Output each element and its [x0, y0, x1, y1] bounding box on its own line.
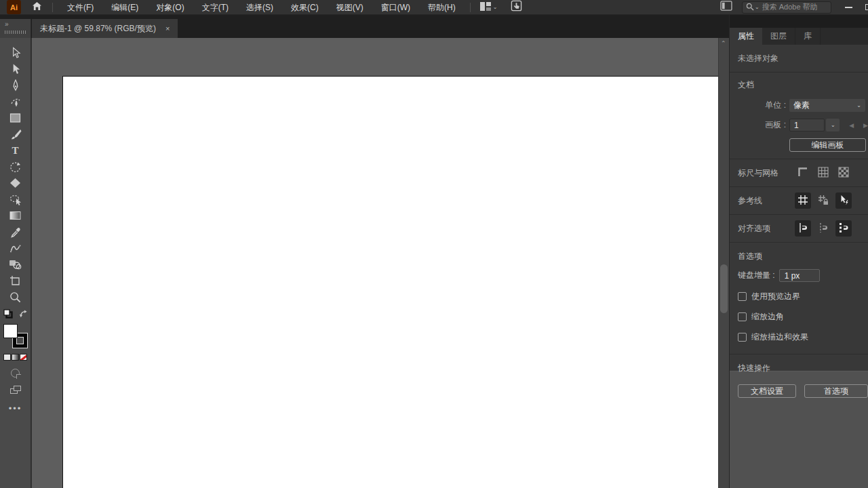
show-guides-icon [797, 195, 808, 207]
ruler-toggle[interactable] [795, 165, 811, 181]
zoom-tool[interactable] [6, 289, 25, 305]
shaper-tool[interactable] [6, 240, 25, 256]
scroll-up-icon[interactable]: ⌃ [721, 40, 726, 47]
menu-item-edit[interactable]: 编辑(E) [102, 0, 147, 15]
search-icon [746, 1, 754, 14]
screen-mode-button[interactable] [10, 386, 21, 394]
rulers-grid-row: 标尺与网格 [730, 159, 868, 186]
direct-selection-tool[interactable] [6, 61, 25, 77]
lock-guides-toggle[interactable] [815, 192, 831, 209]
tab-properties[interactable]: 属性 [730, 28, 762, 45]
snap-to-grid-icon [818, 222, 829, 235]
search-input[interactable]: ⌄ 搜索 Adobe 帮助 [742, 1, 831, 14]
menu-item-file[interactable]: 文件(F) [58, 0, 102, 15]
snap-options-row: 对齐选项 [730, 215, 868, 242]
snap-to-point-toggle[interactable] [795, 220, 811, 237]
unit-select[interactable]: 像素 ⌄ [789, 99, 865, 112]
pen-tool[interactable] [6, 77, 25, 94]
artboard-number-input[interactable]: 1 [789, 119, 825, 131]
scale-strokes-effects-label: 缩放描边和效果 [751, 331, 808, 343]
unit-label: 单位 : [730, 100, 786, 111]
maximize-button[interactable] [860, 0, 868, 15]
rectangle-tool[interactable] [6, 110, 25, 126]
document-section-title: 文档 [730, 73, 868, 95]
keyboard-increment-label: 键盘增量 : [738, 270, 775, 281]
smart-guides-icon [838, 195, 849, 207]
home-button[interactable] [26, 0, 47, 15]
preferences-button[interactable]: 首选项 [804, 384, 868, 398]
shape-builder-tool[interactable] [6, 256, 25, 272]
curvature-tool[interactable] [6, 94, 25, 110]
menu-item-effect[interactable]: 效果(C) [282, 0, 328, 15]
scale-corners-label: 缩放边角 [751, 311, 784, 323]
scale-corners-checkbox[interactable] [738, 312, 747, 321]
fill-swatch[interactable] [3, 324, 18, 338]
share-document-button[interactable] [507, 0, 526, 15]
menu-item-window[interactable]: 窗口(W) [372, 0, 419, 15]
type-tool[interactable]: T [6, 142, 25, 159]
arrange-documents-button[interactable]: ⌄ [476, 0, 502, 15]
workspace-switcher-icon [720, 1, 732, 14]
arrange-documents-icon [480, 1, 491, 14]
tools-panel: T ••• [0, 38, 31, 488]
none-swatch-button[interactable] [20, 354, 27, 361]
chevron-down-icon: ⌄ [755, 4, 760, 10]
scrollbar-thumb[interactable] [720, 264, 728, 313]
artboard-tool[interactable] [6, 272, 25, 289]
menu-item-select[interactable]: 选择(S) [237, 0, 282, 15]
rotate-tool[interactable] [6, 159, 25, 175]
edit-toolbar-button[interactable]: ••• [9, 403, 22, 413]
drawing-mode-button[interactable] [11, 369, 20, 378]
vertical-scrollbar[interactable]: ⌃ [718, 38, 729, 488]
previous-artboard-icon[interactable]: ◀ [849, 122, 854, 129]
show-guides-toggle[interactable] [795, 192, 811, 209]
snap-to-grid-toggle[interactable] [815, 220, 831, 237]
artboard-select-button[interactable]: ⌄ [826, 119, 840, 131]
document-tab[interactable]: 未标题-1 @ 59.87% (RGB/预览) × [32, 19, 178, 38]
next-artboard-icon[interactable]: ▶ [863, 122, 868, 129]
collapse-panel-icon[interactable]: » [5, 20, 7, 28]
fill-stroke-indicator[interactable] [3, 324, 28, 348]
scale-strokes-effects-checkbox[interactable] [738, 333, 747, 342]
minimize-icon [845, 7, 852, 8]
document-setup-button[interactable]: 文档设置 [738, 384, 796, 398]
swap-fill-stroke-icon[interactable] [19, 309, 28, 321]
illustrator-window: Ai 文件(F) 编辑(E) 对象(O) 文字(T) 选择(S) 效果(C) 视… [0, 0, 868, 488]
minimize-button[interactable] [837, 0, 860, 15]
edit-artboard-button[interactable]: 编辑画板 [789, 138, 866, 152]
selection-tool[interactable] [6, 45, 25, 61]
eyedropper-tool[interactable] [6, 224, 25, 240]
menu-item-view[interactable]: 视图(V) [328, 0, 372, 15]
grid-icon [818, 167, 829, 180]
tab-libraries[interactable]: 库 [795, 28, 821, 45]
snap-to-pixel-toggle[interactable] [835, 220, 852, 237]
document-tab-bar: » 未标题-1 @ 59.87% (RGB/预览) × [0, 15, 729, 38]
menu-item-help[interactable]: 帮助(H) [419, 0, 465, 15]
scale-corners-row: 缩放边角 [730, 311, 868, 323]
canvas-area[interactable] [32, 38, 718, 488]
close-tab-icon[interactable]: × [165, 24, 170, 33]
gradient-swatch-button[interactable] [12, 354, 19, 361]
use-preview-bounds-checkbox[interactable] [738, 292, 747, 301]
preview-bounds-row: 使用预览边界 [730, 291, 868, 302]
transparency-grid-toggle[interactable] [835, 165, 852, 181]
toolbar-panel-header[interactable]: » [0, 19, 31, 38]
paintbrush-tool[interactable] [6, 126, 25, 142]
tab-layers[interactable]: 图层 [762, 28, 795, 45]
color-swatch-button[interactable] [3, 354, 11, 361]
quick-actions-title: 快速操作 [730, 354, 868, 378]
keyboard-increment-input[interactable]: 1 px [779, 269, 820, 282]
smart-guides-toggle[interactable] [835, 192, 852, 209]
menu-item-object[interactable]: 对象(O) [147, 0, 193, 15]
transparency-grid-icon [838, 167, 849, 180]
scale-strokes-row: 缩放描边和效果 [730, 331, 868, 343]
menu-item-type[interactable]: 文字(T) [193, 0, 237, 15]
grid-toggle[interactable] [815, 165, 831, 181]
artboard[interactable] [62, 76, 718, 488]
lasso-tool[interactable] [6, 191, 25, 207]
default-fill-stroke-icon[interactable] [3, 309, 13, 321]
eraser-tool[interactable] [6, 175, 25, 191]
workspace-switcher-button[interactable] [716, 0, 736, 15]
panel-grip[interactable] [5, 30, 26, 34]
gradient-tool[interactable] [6, 207, 25, 224]
